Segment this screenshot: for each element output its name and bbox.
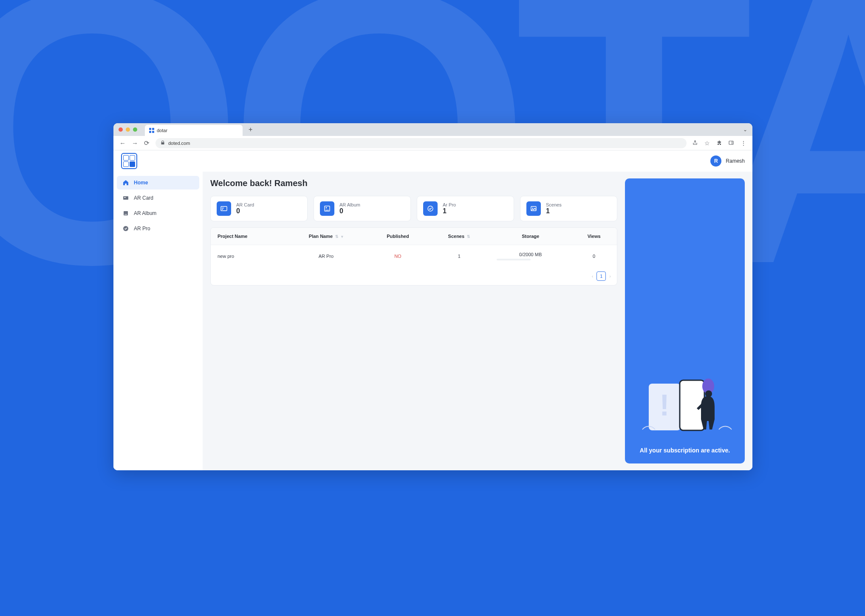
welcome-heading: Welcome back! Ramesh <box>210 178 617 188</box>
stat-value: 1 <box>443 207 456 215</box>
panel-icon[interactable] <box>729 140 734 147</box>
svg-rect-9 <box>124 214 127 215</box>
svg-point-24 <box>705 390 712 397</box>
user-menu[interactable]: R Ramesh <box>710 155 745 167</box>
stat-label: AR Album <box>339 202 360 207</box>
sort-icon[interactable]: ⇅ <box>467 235 470 239</box>
sidebar-item-label: AR Album <box>134 210 156 216</box>
new-tab-button[interactable]: + <box>249 126 252 133</box>
stat-label: AR Card <box>236 202 254 207</box>
url-text: doted.com <box>168 141 190 146</box>
check-circle-icon <box>123 226 129 232</box>
app-viewport: R Ramesh Home AR Card <box>113 150 752 470</box>
svg-rect-3 <box>152 131 154 133</box>
col-views[interactable]: Views <box>571 228 617 245</box>
col-scenes[interactable]: Scenes⇅ <box>429 228 490 245</box>
minimize-window-icon[interactable] <box>126 127 130 132</box>
svg-point-15 <box>326 207 327 209</box>
sort-icon[interactable]: ⇅ <box>335 235 339 239</box>
col-storage[interactable]: Storage <box>490 228 571 245</box>
projects-table: Project Name Plan Name⇅▾ Published Scene… <box>210 227 617 285</box>
stat-label: Scenes <box>546 202 562 207</box>
stat-card-arpro[interactable]: Ar Pro 1 <box>417 196 514 221</box>
svg-rect-6 <box>123 196 128 200</box>
cell-published: NO <box>367 245 428 268</box>
svg-rect-4 <box>729 141 733 144</box>
sidebar-item-aralbum[interactable]: AR Album <box>117 206 199 220</box>
main-center: Welcome back! Ramesh AR Card 0 <box>210 178 617 463</box>
filter-icon[interactable]: ▾ <box>341 235 343 239</box>
browser-action-icons: ☆ ⋮ <box>693 140 746 147</box>
share-icon[interactable] <box>693 140 698 147</box>
sidebar-item-label: AR Pro <box>134 226 150 232</box>
back-button[interactable]: ← <box>119 139 126 147</box>
page-current[interactable]: 1 <box>596 271 606 281</box>
stat-label: Ar Pro <box>443 202 456 207</box>
svg-rect-14 <box>325 206 330 211</box>
more-icon[interactable]: ⋮ <box>741 140 746 147</box>
tabs-menu-button[interactable]: ⌄ <box>743 127 747 133</box>
svg-rect-12 <box>222 208 224 208</box>
table-row[interactable]: new pro AR Pro NO 1 0/2000 MB 0 <box>211 245 617 268</box>
page-next-button[interactable]: › <box>609 274 611 279</box>
sidebar: Home AR Card AR Album <box>113 172 203 470</box>
sidebar-item-arpro[interactable]: AR Pro <box>117 222 199 235</box>
stat-card-arcard[interactable]: AR Card 0 <box>210 196 308 221</box>
stat-value: 0 <box>339 207 360 215</box>
promo-card: ! All your subscription are active. <box>625 178 745 463</box>
col-plan[interactable]: Plan Name⇅▾ <box>285 228 367 245</box>
svg-rect-2 <box>149 131 151 133</box>
cell-storage: 0/2000 MB <box>490 245 571 268</box>
user-name: Ramesh <box>726 158 745 164</box>
avatar: R <box>710 155 721 167</box>
album-icon <box>123 210 129 216</box>
browser-addressbar: ← → ⟳ doted.com ☆ ⋮ <box>113 136 752 150</box>
maximize-window-icon[interactable] <box>133 127 137 132</box>
browser-window: dotar + ⌄ ← → ⟳ doted.com ☆ ⋮ <box>113 123 752 470</box>
browser-tab[interactable]: dotar <box>145 125 243 136</box>
sidebar-item-arcard[interactable]: AR Card <box>117 191 199 205</box>
promo-message: All your subscription are active. <box>640 446 730 455</box>
favicon-icon <box>149 128 154 133</box>
extensions-icon[interactable] <box>717 140 722 147</box>
svg-rect-1 <box>152 128 154 130</box>
cell-views: 0 <box>571 245 617 268</box>
close-window-icon[interactable] <box>119 127 123 132</box>
check-badge-icon <box>423 201 438 216</box>
svg-rect-11 <box>221 206 227 211</box>
reload-button[interactable]: ⟳ <box>144 139 150 147</box>
promo-illustration: ! <box>633 375 736 439</box>
album-icon <box>320 201 334 216</box>
window-controls[interactable] <box>119 127 137 132</box>
col-project[interactable]: Project Name <box>211 228 285 245</box>
svg-rect-8 <box>124 211 128 215</box>
bookmark-icon[interactable]: ☆ <box>704 140 710 147</box>
stat-value: 0 <box>236 207 254 215</box>
table-header-row: Project Name Plan Name⇅▾ Published Scene… <box>211 228 617 245</box>
url-field[interactable]: doted.com <box>155 138 687 148</box>
svg-text:!: ! <box>659 389 669 422</box>
stat-row: AR Card 0 AR Album 0 <box>210 196 617 221</box>
svg-rect-16 <box>325 210 329 210</box>
col-published[interactable]: Published <box>367 228 428 245</box>
forward-button[interactable]: → <box>132 139 138 147</box>
stat-card-aralbum[interactable]: AR Album 0 <box>314 196 411 221</box>
app-logo[interactable] <box>121 153 137 169</box>
page-prev-button[interactable]: ‹ <box>592 274 594 279</box>
sidebar-item-label: AR Card <box>134 195 153 201</box>
stat-value: 1 <box>546 207 562 215</box>
pagination: ‹ 1 › <box>211 267 617 285</box>
cell-plan: AR Pro <box>285 245 367 268</box>
image-icon <box>526 201 541 216</box>
svg-rect-0 <box>149 128 151 130</box>
svg-rect-7 <box>124 197 126 198</box>
lock-icon <box>161 141 165 146</box>
svg-point-19 <box>532 208 533 209</box>
sidebar-item-home[interactable]: Home <box>117 176 199 189</box>
main-column: Welcome back! Ramesh AR Card 0 <box>203 172 752 470</box>
card-icon <box>217 201 231 216</box>
svg-rect-13 <box>222 209 223 209</box>
cell-scenes: 1 <box>429 245 490 268</box>
tab-title: dotar <box>157 128 167 133</box>
stat-card-scenes[interactable]: Scenes 1 <box>520 196 617 221</box>
